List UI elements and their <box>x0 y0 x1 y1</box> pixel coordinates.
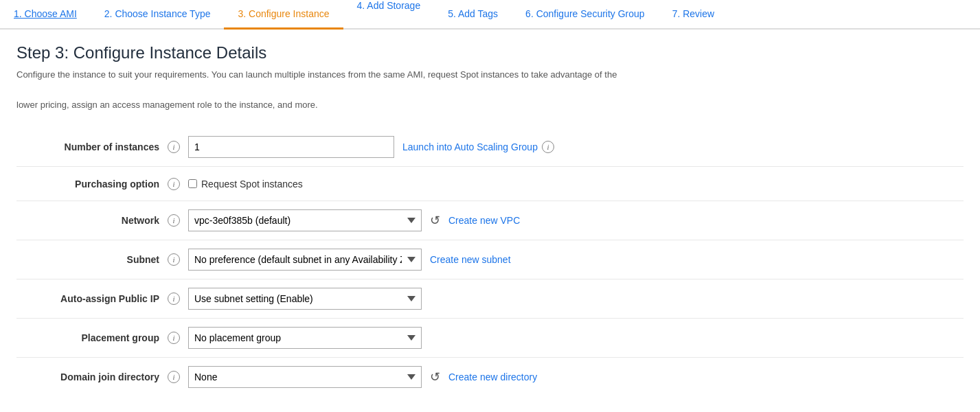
number-of-instances-row: Number of instances i Launch into Auto S… <box>16 128 964 167</box>
placement-group-row: Placement group i No placement group <box>16 319 964 358</box>
subnet-row: Subnet i No preference (default subnet i… <box>16 240 964 279</box>
domain-join-directory-refresh-icon[interactable]: ↺ <box>430 369 440 385</box>
purchasing-option-row: Purchasing option i Request Spot instanc… <box>16 167 964 201</box>
number-of-instances-info-icon[interactable]: i <box>168 141 180 153</box>
page-title: Step 3: Configure Instance Details <box>16 43 964 62</box>
form-section: Number of instances i Launch into Auto S… <box>16 128 964 396</box>
auto-assign-public-ip-row: Auto-assign Public IP i Use subnet setti… <box>16 279 964 319</box>
page-description-line1: Configure the instance to suit your requ… <box>16 68 909 82</box>
tab-arrow-annotation: 4. Add Storage <box>343 0 435 28</box>
purchasing-option-info-icon[interactable]: i <box>168 178 180 190</box>
network-row: Network i vpc-3e0f385b (default) ↺ Creat… <box>16 201 964 240</box>
main-content: Step 3: Configure Instance Details Confi… <box>0 30 980 410</box>
number-of-instances-label: Number of instances <box>16 141 168 152</box>
domain-join-directory-info-icon[interactable]: i <box>168 371 180 383</box>
network-select[interactable]: vpc-3e0f385b (default) <box>188 209 422 231</box>
network-label: Network <box>16 215 168 226</box>
subnet-label: Subnet <box>16 254 168 265</box>
create-new-subnet-link[interactable]: Create new subnet <box>430 254 511 265</box>
create-new-directory-link[interactable]: Create new directory <box>448 371 537 382</box>
auto-assign-public-ip-label: Auto-assign Public IP <box>16 293 168 304</box>
placement-group-control: No placement group <box>188 327 964 349</box>
auto-assign-public-ip-control: Use subnet setting (Enable) <box>188 288 964 310</box>
tab-configure-instance[interactable]: 3. Configure Instance <box>224 0 343 30</box>
tab-add-tags[interactable]: 5. Add Tags <box>434 0 512 30</box>
request-spot-instances-checkbox[interactable] <box>188 179 197 188</box>
domain-join-directory-control: None ↺ Create new directory <box>188 366 964 388</box>
domain-join-directory-label: Domain join directory <box>16 371 168 382</box>
wizard-tabs-container: 1. Choose AMI 2. Choose Instance Type 3.… <box>0 0 980 30</box>
auto-assign-public-ip-select[interactable]: Use subnet setting (Enable) <box>188 288 422 310</box>
network-control: vpc-3e0f385b (default) ↺ Create new VPC <box>188 209 964 231</box>
auto-assign-public-ip-info-icon[interactable]: i <box>168 293 180 305</box>
create-new-vpc-link[interactable]: Create new VPC <box>448 215 520 226</box>
wizard-tabs: 1. Choose AMI 2. Choose Instance Type 3.… <box>0 0 980 30</box>
domain-join-directory-row: Domain join directory i None ↺ Create ne… <box>16 358 964 396</box>
tab-add-storage[interactable]: 4. Add Storage <box>343 0 435 21</box>
subnet-control: No preference (default subnet in any Ava… <box>188 249 964 271</box>
purchasing-option-control: Request Spot instances <box>188 179 964 190</box>
tab-choose-instance-type[interactable]: 2. Choose Instance Type <box>91 0 225 30</box>
launch-auto-scaling-link[interactable]: Launch into Auto Scaling Group i <box>402 141 562 153</box>
network-info-icon[interactable]: i <box>168 214 180 227</box>
number-of-instances-control: Launch into Auto Scaling Group i <box>188 136 964 158</box>
tab-configure-security-group[interactable]: 6. Configure Security Group <box>512 0 659 30</box>
subnet-info-icon[interactable]: i <box>168 253 180 266</box>
placement-group-label: Placement group <box>16 332 168 343</box>
network-refresh-icon[interactable]: ↺ <box>430 213 440 228</box>
domain-join-directory-select[interactable]: None <box>188 366 422 388</box>
placement-group-select[interactable]: No placement group <box>188 327 422 349</box>
launch-auto-scaling-info-icon[interactable]: i <box>542 141 554 153</box>
page-description-line2: lower pricing, assign an access manageme… <box>16 98 909 112</box>
tab-choose-ami[interactable]: 1. Choose AMI <box>0 0 91 30</box>
request-spot-instances-checkbox-label[interactable]: Request Spot instances <box>188 179 303 190</box>
request-spot-instances-text: Request Spot instances <box>201 179 303 190</box>
tab-review[interactable]: 7. Review <box>659 0 728 30</box>
number-of-instances-input[interactable] <box>188 136 394 158</box>
placement-group-info-icon[interactable]: i <box>168 332 180 344</box>
purchasing-option-label: Purchasing option <box>16 179 168 190</box>
subnet-select[interactable]: No preference (default subnet in any Ava… <box>188 249 422 271</box>
